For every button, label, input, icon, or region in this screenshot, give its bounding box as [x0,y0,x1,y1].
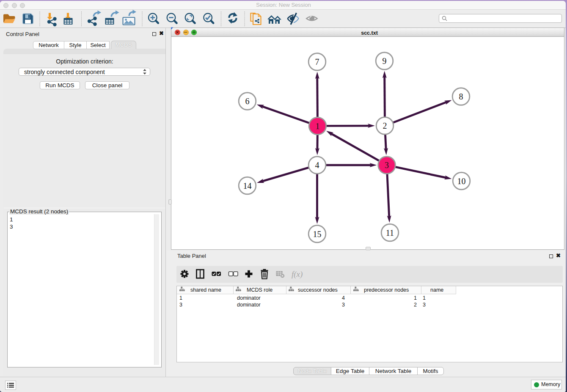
svg-text:7: 7 [315,57,319,66]
svg-text:14: 14 [243,181,252,190]
svg-text:2: 2 [383,121,387,130]
svg-text:9: 9 [383,56,387,66]
svg-text:1: 1 [316,121,320,131]
svg-text:15: 15 [313,229,322,239]
svg-text:10: 10 [457,177,466,186]
svg-text:8: 8 [459,92,463,101]
svg-text:f(x): f(x) [292,270,303,279]
svg-text:4: 4 [315,160,319,170]
svg-text:3: 3 [385,160,389,170]
svg-text:11: 11 [386,228,394,237]
svg-text:6: 6 [245,97,250,106]
